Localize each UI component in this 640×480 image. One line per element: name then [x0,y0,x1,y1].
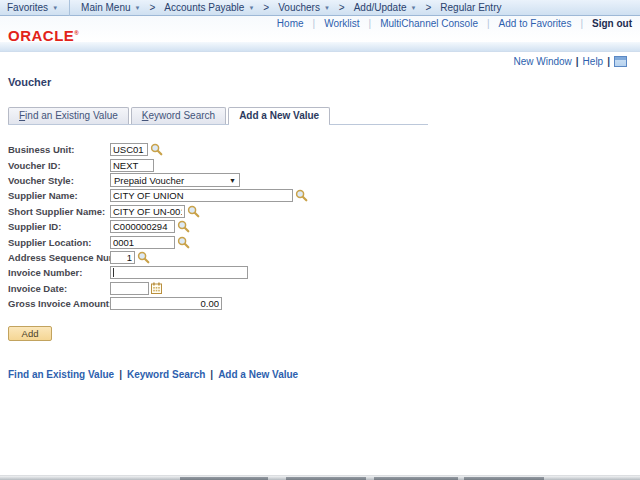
footer-link-keyword-search[interactable]: Keyword Search [127,369,205,380]
breadcrumb: Favorites ▼ Main Menu ▼ >Accounts Payabl… [0,0,640,16]
field-label-supplier-id: Supplier ID: [8,221,110,232]
field-label-business-unit: Business Unit: [8,144,110,155]
chevron-down-icon: ▼ [135,5,141,11]
lookup-icon[interactable] [150,143,163,156]
field-label-invoice-number: Invoice Number: [8,267,110,278]
footer-link-add-a-new-value[interactable]: Add a New Value [218,369,298,380]
chevron-down-icon: ▼ [52,5,58,11]
field-label-supplier-name: Supplier Name: [8,190,110,201]
new-window-icon[interactable] [614,56,627,67]
help-link[interactable]: Help [583,56,604,67]
field-label-invoice-date: Invoice Date: [8,283,110,294]
tab-bar: Find an Existing ValueKeyword SearchAdd … [8,107,428,125]
lookup-icon[interactable] [295,189,308,202]
divider: | [119,369,122,380]
supplier-name-input[interactable] [110,189,293,202]
field-row-voucher-id: Voucher ID: [8,157,308,172]
field-row-supplier-location: Supplier Location: [8,234,308,249]
breadcrumb-separator: > [339,2,345,13]
chevron-down-icon: ▼ [248,5,254,11]
header: Home|Worklist|MultiChannel Console|Add t… [0,16,640,42]
header-link-multichannel-console[interactable]: MultiChannel Console [371,18,487,29]
sign-out-link[interactable]: Sign out [583,18,632,29]
header-links: Home|Worklist|MultiChannel Console|Add t… [268,18,632,29]
field-row-business-unit: Business Unit: [8,142,308,157]
header-link-worklist[interactable]: Worklist [315,18,368,29]
tab-find-existing-value[interactable]: Find an Existing Value [8,107,129,124]
field-row-invoice-number: Invoice Number: [8,265,308,280]
page-title: Voucher [8,76,51,88]
new-window-link[interactable]: New Window [513,56,571,67]
divider: | [210,369,213,380]
breadcrumb-separator: > [150,2,156,13]
lookup-icon[interactable] [187,205,200,218]
header-link-home[interactable]: Home [268,18,313,29]
header-link-add-to-favorites[interactable]: Add to Favorites [490,18,581,29]
main-menu[interactable]: Main Menu ▼ [74,2,147,13]
voucher-id-input[interactable] [110,159,154,172]
breadcrumb-trail: >Accounts Payable▼>Vouchers▼>Add/Update▼… [148,2,509,13]
breadcrumb-separator: > [263,2,269,13]
tab-keyword-search[interactable]: Keyword Search [131,107,226,124]
divider: | [607,56,610,67]
lookup-icon[interactable] [177,220,190,233]
address-sequence-number-input[interactable] [110,251,135,264]
main-menu-label: Main Menu [81,2,130,13]
dropdown-arrow-icon: ▼ [229,177,236,184]
lookup-icon[interactable] [177,236,190,249]
invoice-date-input[interactable] [110,282,149,295]
chevron-down-icon: ▼ [411,5,417,11]
selected-value: Prepaid Voucher [114,175,184,186]
field-row-supplier-id: Supplier ID: [8,219,308,234]
business-unit-input[interactable] [110,143,148,156]
breadcrumb-item[interactable]: Vouchers▼ [271,2,337,13]
field-label-supplier-location: Supplier Location: [8,237,110,248]
short-supplier-name-input[interactable] [110,205,185,218]
taskbar-edge [0,475,640,480]
field-label-voucher-style: Voucher Style: [8,175,110,186]
field-row-gross-invoice-amount: Gross Invoice Amount: [8,296,308,311]
field-row-invoice-date: Invoice Date: [8,281,308,296]
breadcrumb-separator: > [425,2,431,13]
field-label-address-sequence-number: Address Sequence Number: [8,252,110,263]
header-gradient-band [0,42,640,52]
field-row-address-sequence-number: Address Sequence Number: [8,250,308,265]
supplier-location-input[interactable] [110,236,175,249]
add-button[interactable]: Add [8,326,52,341]
lookup-icon[interactable] [137,251,150,264]
voucher-style-select[interactable]: Prepaid Voucher▼ [110,173,240,187]
field-label-gross-invoice-amount: Gross Invoice Amount: [8,298,110,309]
field-row-voucher-style: Voucher Style:Prepaid Voucher▼ [8,173,308,188]
page-action-bar: New Window | Help | [513,56,627,67]
invoice-number-input[interactable] [110,266,248,279]
divider: | [576,56,579,67]
favorites-label: Favorites [7,2,48,13]
breadcrumb-item[interactable]: Add/Update▼ [347,2,424,13]
field-label-short-supplier-name: Short Supplier Name: [8,206,110,217]
chevron-down-icon: ▼ [324,5,330,11]
footer-link-find-an-existing-value[interactable]: Find an Existing Value [8,369,114,380]
voucher-form: Business Unit:Voucher ID:Voucher Style:P… [8,142,308,311]
supplier-id-input[interactable] [110,220,175,233]
breadcrumb-item[interactable]: Accounts Payable▼ [157,2,261,13]
field-row-short-supplier-name: Short Supplier Name: [8,204,308,219]
footer-links: Find an Existing Value|Keyword Search|Ad… [8,369,298,380]
divider [69,0,70,16]
gross-invoice-amount-input[interactable] [110,297,222,310]
field-row-supplier-name: Supplier Name: [8,188,308,203]
breadcrumb-current: Regular Entry [433,2,508,13]
field-label-voucher-id: Voucher ID: [8,160,110,171]
calendar-icon[interactable] [151,282,162,294]
tab-add-new-value[interactable]: Add a New Value [228,107,330,124]
favorites-menu[interactable]: Favorites ▼ [0,2,65,13]
